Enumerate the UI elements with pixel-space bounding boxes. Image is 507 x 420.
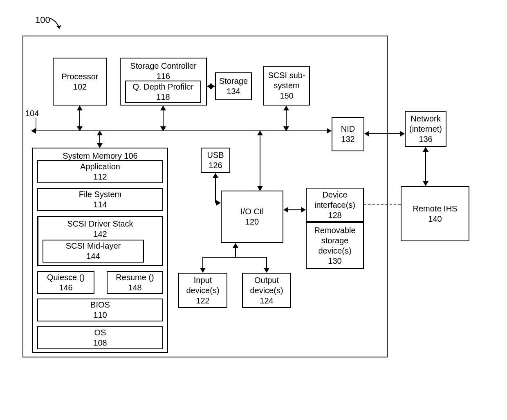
arrow-up-icon <box>77 106 83 110</box>
input-devices-label: Input device(s) <box>179 275 227 296</box>
output-branch-v <box>266 257 267 268</box>
device-interfaces-num: 128 <box>328 210 341 220</box>
quiesce-num: 146 <box>59 283 72 293</box>
processor-label: Processor <box>61 72 98 82</box>
ioctl-down-connector <box>235 247 236 257</box>
storage-label: Storage <box>219 76 248 86</box>
usb-block: USB 126 <box>201 148 230 173</box>
storage-num: 134 <box>227 86 240 97</box>
scsi-bus-connector <box>286 110 287 126</box>
arrow-down-icon <box>77 126 83 131</box>
io-ctl-block: I/O Ctl 120 <box>221 191 283 243</box>
storage-controller-label: Storage Controller <box>130 61 196 71</box>
application-block: Application 112 <box>37 160 163 183</box>
arrow-down-icon <box>97 143 103 148</box>
figure-number-label: 100 <box>35 15 50 25</box>
scsi-mid-layer-label: SCSI Mid-layer <box>66 241 121 251</box>
application-num: 112 <box>93 172 107 182</box>
q-depth-profiler-label: Q. Depth Profiler <box>133 82 194 92</box>
input-branch-v <box>202 257 203 268</box>
scsi-subsystem-num: 150 <box>280 91 293 101</box>
device-interfaces-block: Device interface(s) 128 <box>306 188 364 222</box>
io-ctl-label: I/O Ctl <box>240 207 264 217</box>
file-system-block: File System 114 <box>37 188 163 211</box>
os-block: OS 108 <box>37 326 163 349</box>
scsi-subsystem-label: SCSI sub-system <box>264 70 309 91</box>
remote-ihs-block: Remote IHS 140 <box>401 186 469 241</box>
arrow-down-icon <box>257 186 263 191</box>
input-devices-block: Input device(s) 122 <box>178 273 227 308</box>
arrow-left-icon <box>364 131 369 137</box>
arrow-right-icon <box>210 83 215 89</box>
bios-label: BIOS <box>90 300 110 310</box>
storage-controller-bus-connector <box>163 110 164 126</box>
bios-num: 110 <box>93 310 107 320</box>
bus-label: 104 <box>25 109 39 118</box>
remote-ihs-num: 140 <box>428 214 442 224</box>
svg-marker-0 <box>56 25 61 29</box>
removable-storage-label: Removable storage device(s) <box>307 225 363 256</box>
diagram-canvas: 100 Processor 102 Storage Controller 116… <box>0 0 507 420</box>
ioctl-devint-connector <box>288 209 301 210</box>
sysmem-bus-connector <box>99 135 100 144</box>
removable-storage-num: 130 <box>328 256 341 266</box>
arrow-down-icon <box>200 268 206 273</box>
figure-arrow-icon <box>49 17 65 34</box>
resume-block: Resume () 148 <box>107 271 163 294</box>
arrow-down-icon <box>160 126 166 131</box>
arrow-down-icon <box>283 126 289 131</box>
network-label: Network (internet) <box>406 114 446 134</box>
resume-num: 148 <box>128 283 141 293</box>
arrow-right-icon <box>216 200 221 206</box>
input-devices-num: 122 <box>196 296 209 306</box>
file-system-label: File System <box>79 189 121 200</box>
bus-arrow-left-icon <box>31 128 36 134</box>
removable-storage-block: Removable storage device(s) 130 <box>306 222 364 269</box>
arrow-up-icon <box>283 106 289 110</box>
arrow-up-icon <box>97 130 103 135</box>
io-ctl-num: 120 <box>245 217 259 227</box>
output-devices-block: Output device(s) 124 <box>242 273 291 308</box>
quiesce-label: Quiesce () <box>47 272 85 283</box>
storage-controller-num: 116 <box>157 71 170 81</box>
application-label: Application <box>80 162 120 172</box>
resume-label: Resume () <box>116 272 154 283</box>
processor-num: 102 <box>73 82 87 92</box>
q-depth-profiler-num: 118 <box>156 92 170 102</box>
output-devices-num: 124 <box>260 296 273 306</box>
nid-label: NID <box>341 124 355 134</box>
arrow-up-icon <box>233 243 238 248</box>
nid-block: NID 132 <box>332 117 364 151</box>
scsi-driver-stack-num: 142 <box>93 229 107 239</box>
arrow-down-icon <box>264 268 269 273</box>
nid-num: 132 <box>341 134 354 144</box>
arrow-right-icon <box>400 131 405 137</box>
processor-bus-connector <box>79 110 80 126</box>
ioctl-bus-connector <box>260 135 260 186</box>
scsi-driver-stack-label: SCSI Driver Stack <box>67 219 133 229</box>
usb-ioctl-v <box>215 177 216 203</box>
processor-block: Processor 102 <box>53 58 107 106</box>
usb-num: 126 <box>209 160 222 171</box>
storage-block: Storage 134 <box>215 72 252 100</box>
ioctl-branch-h <box>202 257 267 258</box>
network-num: 136 <box>419 134 432 144</box>
output-devices-label: Output device(s) <box>243 275 290 296</box>
arrow-right-icon <box>301 207 306 213</box>
bios-block: BIOS 110 <box>37 299 163 321</box>
device-interfaces-label: Device interface(s) <box>307 190 363 210</box>
remote-ihs-label: Remote IHS <box>413 204 458 214</box>
usb-label: USB <box>207 150 224 160</box>
arrow-up-icon <box>213 173 218 178</box>
quiesce-block: Quiesce () 146 <box>37 271 94 294</box>
nid-network-connector <box>369 133 400 134</box>
arrow-up-icon <box>160 106 166 110</box>
arrow-up-icon <box>423 147 428 152</box>
arrow-up-icon <box>257 130 263 135</box>
network-block: Network (internet) 136 <box>405 111 446 147</box>
devint-remote-dashed <box>364 204 401 205</box>
scsi-mid-layer-block: SCSI Mid-layer 144 <box>43 240 144 263</box>
os-label: OS <box>94 328 106 338</box>
file-system-num: 114 <box>93 200 107 210</box>
scsi-subsystem-block: SCSI sub-system 150 <box>263 66 310 106</box>
